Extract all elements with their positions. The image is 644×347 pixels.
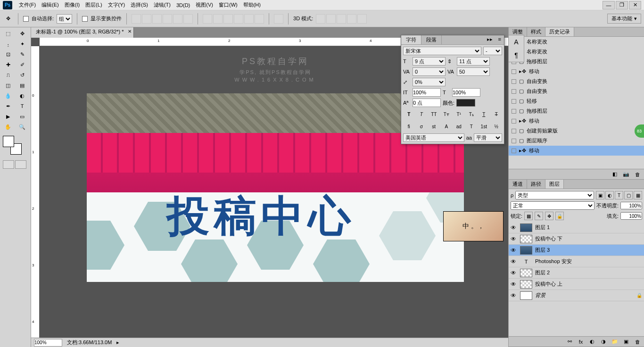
visibility-icon[interactable]: 👁 (511, 292, 517, 299)
healing-tool[interactable]: ✚ (1, 59, 15, 70)
underline-icon[interactable]: T (479, 110, 488, 118)
path-select-tool[interactable]: ▶ (1, 111, 15, 122)
layer-item[interactable]: 👁图层 1 (509, 222, 644, 233)
layer-item[interactable]: 👁图层 3 (509, 245, 644, 256)
quickmask-mode-icon[interactable] (15, 160, 26, 169)
ot-titling-icon[interactable]: T (467, 122, 476, 131)
zoom-tool[interactable]: 🔍 (15, 122, 29, 132)
align-hcenter-icon[interactable] (173, 14, 182, 24)
tab-styles[interactable]: 样式 (527, 27, 545, 36)
menu-layer[interactable]: 图层(L) (83, 0, 105, 9)
antialiasing-dropdown[interactable]: 平滑 (474, 133, 502, 142)
history-item[interactable]: ▸✥移动 (509, 66, 644, 76)
ot-st-icon[interactable]: st (429, 122, 438, 131)
standard-mode-icon[interactable] (3, 160, 14, 169)
eyedropper-tool[interactable]: ✎ (15, 49, 29, 59)
filter-pixel-icon[interactable]: ▣ (596, 191, 604, 199)
ot-sigma-icon[interactable]: σ (417, 122, 426, 131)
opacity-input[interactable] (620, 202, 642, 209)
history-item[interactable]: ▢名称更改 (509, 37, 644, 47)
history-item[interactable]: ▢拖移图层 (509, 106, 644, 116)
3d-roll-icon[interactable] (326, 14, 336, 24)
ot-fi-icon[interactable]: fi (404, 122, 413, 131)
language-dropdown[interactable]: 美国英语 (403, 133, 464, 142)
hscale-input[interactable] (452, 88, 480, 97)
menu-file[interactable]: 文件(F) (16, 0, 39, 9)
layer-name[interactable]: 图层 3 (535, 247, 550, 254)
layer-thumbnail[interactable] (520, 246, 532, 255)
fg-color[interactable] (3, 136, 14, 147)
marquee-tool[interactable]: ⬚ (1, 28, 15, 39)
tab-history[interactable]: 历史记录 (545, 27, 574, 36)
fg-bg-colors[interactable] (3, 136, 22, 155)
align-right-icon[interactable] (183, 14, 193, 24)
3d-slide-icon[interactable] (347, 14, 356, 24)
link-layers-icon[interactable]: ⚯ (566, 338, 573, 346)
filter-shape-icon[interactable]: ▢ (624, 191, 633, 199)
superscript-icon[interactable]: T¹ (454, 110, 463, 118)
ruler-vertical[interactable]: 0 1 2 3 4 (31, 46, 40, 338)
layer-item[interactable]: 👁背景🔒 (509, 290, 644, 301)
document-tab[interactable]: 未标题-1 @ 100% (图层 3, RGB/32*) * ✕ (31, 27, 134, 38)
character-panel[interactable]: 字符 段落 ▸▸ ≡ 新宋体 - T 9 点 ⇕ 11 点 VA 0 VA 50… (401, 35, 504, 144)
visibility-icon[interactable]: 👁 (511, 236, 517, 242)
history-item[interactable]: ▢自由变换 (509, 76, 644, 86)
filter-adjust-icon[interactable]: ◐ (605, 191, 614, 199)
history-list[interactable]: ▢名称更改▢名称更改▢拖移图层▸✥移动▢自由变换▢自由变换▢轻移▢拖移图层▸✥移… (509, 37, 644, 169)
lock-all-icon[interactable]: 🔒 (555, 212, 564, 220)
allcaps-icon[interactable]: TT (429, 110, 438, 118)
bold-icon[interactable]: T (404, 110, 413, 118)
strike-icon[interactable]: T (492, 110, 501, 118)
dist-bottom-icon[interactable] (223, 14, 233, 24)
3d-pan-icon[interactable] (337, 14, 346, 24)
lock-position-icon[interactable]: ✥ (545, 212, 553, 220)
magic-wand-tool[interactable]: ✦ (15, 39, 29, 49)
layer-thumbnail[interactable] (520, 280, 532, 289)
layer-thumbnail[interactable] (520, 291, 532, 300)
shape-tool[interactable]: ▭ (15, 111, 29, 122)
menu-3d[interactable]: 3D(D) (173, 1, 193, 9)
visibility-icon[interactable]: 👁 (511, 270, 517, 276)
layer-name[interactable]: 图层 2 (535, 269, 550, 276)
visibility-icon[interactable]: 👁 (511, 258, 517, 265)
dist-vcenter-icon[interactable] (213, 14, 223, 24)
eraser-tool[interactable]: ◫ (1, 80, 15, 91)
close-button[interactable]: ✕ (629, 1, 641, 9)
type-tool[interactable]: T (15, 101, 29, 111)
ot-ad-icon[interactable]: ad (454, 122, 463, 131)
history-item[interactable]: ▢名称更改 (509, 47, 644, 57)
dist-hcenter-icon[interactable] (244, 14, 254, 24)
history-item[interactable]: ▢图层顺序 (509, 136, 644, 146)
italic-icon[interactable]: T (417, 110, 426, 118)
pen-tool[interactable]: ✒ (1, 101, 15, 111)
layer-fx-icon[interactable]: fx (577, 338, 585, 346)
minimize-button[interactable]: — (603, 1, 615, 9)
tab-channels[interactable]: 通道 (509, 180, 527, 189)
layer-item[interactable]: 👁投稿中心 上 (509, 279, 644, 290)
dodge-tool[interactable]: ◐ (15, 91, 29, 101)
lock-image-icon[interactable]: ✎ (535, 212, 543, 220)
menu-filter[interactable]: 滤镜(T) (151, 0, 173, 9)
subscript-icon[interactable]: T₁ (467, 110, 476, 118)
create-snapshot-icon[interactable]: ◧ (611, 171, 619, 178)
move-tool[interactable]: ✥ (15, 28, 29, 39)
font-family-dropdown[interactable]: 新宋体 (403, 47, 481, 55)
ot-ordinal-icon[interactable]: 1st (479, 122, 488, 131)
menu-select[interactable]: 选择(S) (128, 0, 151, 9)
group-icon[interactable]: 📁 (611, 338, 619, 346)
brush-tool[interactable]: ✐ (15, 59, 29, 70)
font-size-dropdown[interactable]: 9 点 (413, 57, 446, 66)
dist-right-icon[interactable] (255, 14, 264, 24)
lasso-tool[interactable]: ⍚ (1, 39, 15, 49)
panel-menu-icon[interactable]: ≡ (495, 35, 504, 44)
hand-tool[interactable]: ✋ (1, 122, 15, 132)
crop-tool[interactable]: ⊡ (1, 49, 15, 59)
notification-badge[interactable]: 83 (635, 124, 644, 138)
layer-filter-dropdown[interactable]: 类型 (515, 191, 594, 199)
leading-dropdown[interactable]: 11 点 (457, 57, 490, 66)
close-tab-icon[interactable]: ✕ (128, 29, 132, 34)
paragraph-panel-icon[interactable]: ¶ (511, 50, 521, 60)
layer-name[interactable]: 背景 (535, 292, 545, 299)
dist-left-icon[interactable] (234, 14, 243, 24)
visibility-icon[interactable]: 👁 (511, 224, 517, 231)
